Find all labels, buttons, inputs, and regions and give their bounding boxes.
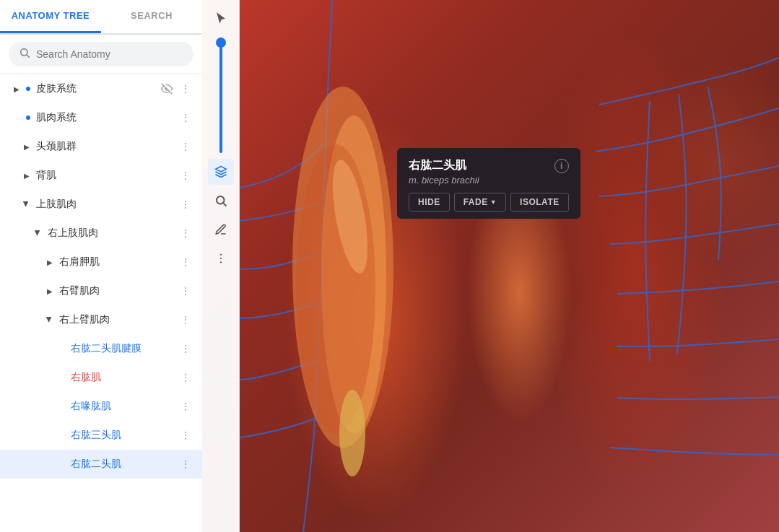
search-icon [19,47,30,61]
tree-item-right-upper-arm[interactable]: ▶ 右上肢肌肉 ⋮ [0,219,202,248]
tree-item-right-brachialis[interactable]: ▶ 右喙肱肌 ⋮ [0,392,202,421]
more-icon-head[interactable]: ⋮ [178,139,193,154]
expand-arrow-back: ▶ [20,169,33,182]
item-label-cora: 右肱肌 [71,371,178,384]
more-options-button[interactable] [208,245,234,271]
popup-action-buttons: HIDE FADE ▼ ISOLATE [409,193,569,212]
item-actions-skin: ⋮ [159,81,193,97]
more-icon-cora[interactable]: ⋮ [178,370,193,385]
item-actions-cora: ⋮ [178,370,193,385]
more-icon-right-upper[interactable]: ⋮ [178,225,193,241]
tree-item-right-coracobrachialis[interactable]: ▶ 右肱肌 ⋮ [0,363,202,392]
tree-item-muscle-system[interactable]: ▶ 肌肉系统 ⋮ [0,103,202,132]
search-input-wrap [9,42,193,66]
search-input[interactable] [36,48,183,60]
opacity-slider-thumb[interactable] [216,38,226,48]
popup-title-row: 右肱二头肌 i [409,158,569,173]
tree-item-upper-limb[interactable]: ▶ 上肢肌肉 ⋮ [0,190,202,219]
tree-item-right-arm[interactable]: ▶ 右臂肌肉 ⋮ [0,276,202,305]
pencil-button[interactable] [208,217,234,243]
item-actions-triceps: ⋮ [178,427,193,443]
item-dot-muscle [26,115,30,120]
tree-item-right-biceps-aponeurosis[interactable]: ▶ 右肱二头肌腱膜 ⋮ [0,334,202,363]
tree-item-right-triceps[interactable]: ▶ 右肱三头肌 ⋮ [0,421,202,450]
visibility-icon-skin[interactable] [159,81,175,97]
item-label-skin: 皮肤系统 [36,82,159,95]
item-actions-right-upper2: ⋮ [178,312,193,328]
more-icon-triceps[interactable]: ⋮ [178,427,193,443]
tab-header: ANATOMY TREE SEARCH [0,0,202,35]
more-icon-right-arm[interactable]: ⋮ [178,283,193,299]
more-icon-upper-limb[interactable]: ⋮ [178,196,193,212]
item-actions-head: ⋮ [178,139,193,154]
anatomy-background [202,0,779,532]
toolbar [202,0,240,532]
item-label-back: 背肌 [36,169,178,182]
tree-item-skin-system[interactable]: ▶ 皮肤系统 ⋮ [0,74,202,103]
more-icon-skin[interactable]: ⋮ [178,81,193,97]
svg-point-11 [219,254,221,256]
item-label-right-upper: 右上肢肌肉 [48,227,178,240]
item-label-right-arm: 右臂肌肉 [59,284,178,297]
item-label-right-upper2: 右上臂肌肉 [59,313,178,326]
item-label-upper-limb: 上肢肌肉 [36,198,178,211]
info-popup: 右肱二头肌 i m. biceps brachii HIDE FADE ▼ IS… [397,148,580,219]
more-icon-brachialis[interactable]: ⋮ [178,398,193,414]
item-actions-back: ⋮ [178,167,193,183]
svg-point-0 [21,49,27,56]
tree-item-right-shoulder[interactable]: ▶ 右肩胛肌 ⋮ [0,248,202,276]
expand-arrow-upper-limb: ▶ [20,198,33,211]
isolate-button[interactable]: ISOLATE [510,193,569,212]
popup-muscle-name: 右肱二头肌 [409,158,466,173]
popup-info-button[interactable]: i [554,159,569,173]
tree-area: ▶ 皮肤系统 ⋮ ▶ 肌肉系统 ⋮ ▶ [0,74,202,532]
svg-point-13 [219,261,221,263]
svg-line-10 [223,203,226,206]
item-dot-skin [26,87,30,91]
item-label-right-shoulder: 右肩胛肌 [59,256,178,269]
more-icon-aponeurosis[interactable]: ⋮ [178,341,193,357]
opacity-slider-track [219,38,222,153]
svg-point-7 [339,390,365,476]
item-actions-upper-limb: ⋮ [178,196,193,212]
item-label-brachialis: 右喙肱肌 [71,400,178,413]
tree-item-right-upper-arm2[interactable]: ▶ 右上臂肌肉 ⋮ [0,305,202,334]
more-icon-right-shoulder[interactable]: ⋮ [178,254,193,270]
tree-item-back-muscle[interactable]: ▶ 背肌 ⋮ [0,161,202,190]
muscle-texture [202,0,779,532]
popup-subtitle: m. biceps brachii [409,175,569,186]
main-3d-area[interactable]: 右肱二头肌 i m. biceps brachii HIDE FADE ▼ IS… [202,0,779,532]
item-label-triceps: 右肱三头肌 [71,429,178,442]
more-icon-muscle[interactable]: ⋮ [178,110,193,126]
expand-arrow-skin: ▶ [10,82,23,95]
fade-label: FADE [464,197,488,207]
expand-arrow-right-upper2: ▶ [43,313,56,326]
expand-arrow-right-shoulder: ▶ [43,256,56,269]
expand-arrow-right-upper: ▶ [32,227,45,240]
tree-item-head-muscle[interactable]: ▶ 头颈肌群 ⋮ [0,132,202,161]
item-actions-muscle: ⋮ [178,110,193,126]
item-label-aponeurosis: 右肱二头肌腱膜 [71,342,178,355]
svg-marker-8 [215,167,226,173]
hide-button[interactable]: HIDE [409,193,450,212]
svg-point-12 [219,258,221,259]
item-label-muscle: 肌肉系统 [36,111,178,124]
item-actions-right-upper: ⋮ [178,225,193,241]
item-actions-biceps: ⋮ [178,456,193,472]
svg-line-1 [27,55,30,58]
expand-arrow-right-arm: ▶ [43,284,56,297]
cursor-tool-button[interactable] [208,6,234,32]
item-actions-right-shoulder: ⋮ [178,254,193,270]
layers-button[interactable] [208,159,234,185]
left-panel: ANATOMY TREE SEARCH ▶ 皮肤系统 [0,0,202,532]
more-icon-back[interactable]: ⋮ [178,167,193,183]
fade-dropdown-icon: ▼ [490,199,497,206]
3d-search-button[interactable] [208,188,234,214]
item-actions-right-arm: ⋮ [178,283,193,299]
tree-item-right-biceps[interactable]: ▶ 右肱二头肌 ⋮ [0,450,202,479]
more-icon-biceps[interactable]: ⋮ [178,456,193,472]
tab-search[interactable]: SEARCH [101,0,202,33]
fade-button[interactable]: FADE ▼ [454,193,506,212]
tab-anatomy-tree[interactable]: ANATOMY TREE [0,0,101,33]
more-icon-right-upper2[interactable]: ⋮ [178,312,193,328]
